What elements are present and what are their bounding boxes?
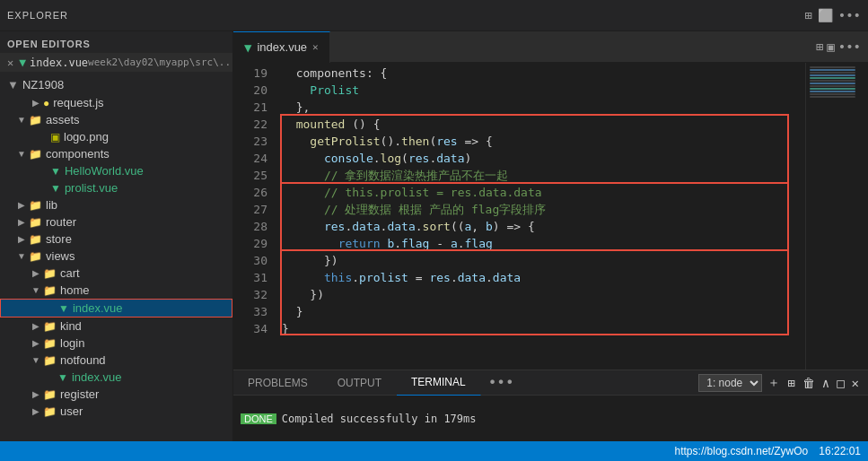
open-editors-section: OPEN EDITORS ✕ ▼ index.vue week2\day02\m… <box>0 31 232 75</box>
panel-more-icon[interactable]: ••• <box>481 374 522 391</box>
vue-file-icon: ▼ <box>58 302 69 315</box>
status-right: https://blog.csdn.net/ZywOo 16:22:01 <box>675 445 861 457</box>
chevron-icon: ▶ <box>14 200 29 210</box>
add-terminal-icon[interactable]: ＋ <box>766 373 782 393</box>
minimap-line <box>810 72 855 74</box>
explorer-title: EXPLORER <box>7 10 68 21</box>
code-line-20: Prolist <box>278 82 805 99</box>
status-link[interactable]: https://blog.csdn.net/ZywOo <box>675 445 809 457</box>
js-file-icon: ● <box>43 97 49 109</box>
tree-item-logo[interactable]: ▣ logo.png <box>0 128 232 145</box>
top-bar: EXPLORER ⊞ ⬜ ••• <box>0 0 868 31</box>
top-bar-icons: ⊞ ⬜ ••• <box>804 8 861 22</box>
folder-icon: 📁 <box>43 337 57 350</box>
tree-item-login[interactable]: ▶ 📁 login <box>0 335 232 352</box>
app-container: EXPLORER ⊞ ⬜ ••• OPEN EDITORS ✕ ▼ index.… <box>0 0 868 461</box>
tab-bar: ▼ index.vue ✕ ⊞ ▣ ••• <box>233 31 868 63</box>
tree-item-label: assets <box>46 113 80 126</box>
vue-file-icon: ▼ <box>50 165 61 178</box>
close-panel-icon[interactable]: ✕ <box>850 374 861 392</box>
line-num: 23 <box>233 133 267 150</box>
tree-item-router[interactable]: ▶ 📁 router <box>0 213 232 230</box>
tree-item-label: views <box>46 249 75 263</box>
tree-item-views[interactable]: ▼ 📁 views <box>0 248 232 265</box>
tree-item-label: components <box>46 147 110 161</box>
scrollbar[interactable] <box>859 63 868 370</box>
chevron-icon: ▼ <box>29 285 43 295</box>
tab-name: index.vue <box>257 40 307 54</box>
more-options-icon[interactable]: ••• <box>838 39 861 54</box>
tree-item-request[interactable]: ▶ ● request.js <box>0 94 232 111</box>
code-line-30: }) <box>278 252 805 269</box>
minimap-line <box>810 83 855 84</box>
split-terminal-icon[interactable]: ⊞ <box>785 374 796 392</box>
code-line-32: }) <box>278 286 805 303</box>
trash-terminal-icon[interactable]: 🗑 <box>801 374 817 392</box>
minimap <box>805 63 859 370</box>
line-num: 29 <box>233 235 267 252</box>
split-editor-icon[interactable]: ⊞ <box>804 8 811 22</box>
chevron-up-icon[interactable]: ∧ <box>820 374 831 392</box>
tree-item-kind[interactable]: ▶ 📁 kind <box>0 317 232 335</box>
tab-problems[interactable]: PROBLEMS <box>233 370 323 396</box>
open-file-path: week2\day02\myapp\src\... <box>88 57 233 68</box>
editor-area: ▼ index.vue ✕ ⊞ ▣ ••• 19 20 21 22 <box>233 31 868 441</box>
tree-item-label: cart <box>60 266 80 280</box>
tree-item-register[interactable]: ▶ 📁 register <box>0 386 232 403</box>
panel-tabs: PROBLEMS OUTPUT TERMINAL ••• 1: node <box>233 370 868 396</box>
maximize-icon[interactable]: □ <box>835 374 846 392</box>
tree-item-label: login <box>60 336 84 350</box>
tab-terminal[interactable]: TERMINAL <box>397 370 481 396</box>
open-editor-item[interactable]: ✕ ▼ index.vue week2\day02\myapp\src\... … <box>0 53 232 72</box>
tree-item-notfound[interactable]: ▼ 📁 notfound <box>0 352 232 369</box>
tree-item-components[interactable]: ▼ 📁 components <box>0 145 232 162</box>
chevron-icon: ▼ <box>29 355 43 365</box>
tree-item-lib[interactable]: ▶ 📁 lib <box>0 196 232 213</box>
code-content[interactable]: components: { Prolist }, mounted () { <box>278 63 805 370</box>
tab-close-icon[interactable]: ✕ <box>312 41 319 53</box>
tree-item-assets[interactable]: ▼ 📁 assets <box>0 111 232 128</box>
code-line-26: // this.prolist = res.data.data <box>278 184 805 201</box>
minimap-line <box>810 88 855 90</box>
minimap-line <box>810 69 855 71</box>
folder-icon: 📁 <box>29 250 42 263</box>
line-num: 31 <box>233 269 267 286</box>
split-right-icon[interactable]: ⊞ <box>816 39 823 54</box>
tree-item-user[interactable]: ▶ 📁 user <box>0 403 232 420</box>
bottom-panel: PROBLEMS OUTPUT TERMINAL ••• 1: node <box>233 370 868 441</box>
tree-item-label: HelloWorld.vue <box>65 164 144 178</box>
tree-item-prolist[interactable]: ▼ prolist.vue <box>0 179 232 196</box>
folder-icon: 📁 <box>29 216 42 229</box>
main-layout: OPEN EDITORS ✕ ▼ index.vue week2\day02\m… <box>0 31 868 441</box>
panel-right-controls: 1: node ＋ ⊞ 🗑 ∧ □ ✕ <box>691 373 868 393</box>
tree-item-home[interactable]: ▼ 📁 home <box>0 282 232 299</box>
line-num: 30 <box>233 252 267 269</box>
done-badge: DONE <box>241 413 276 424</box>
tab-output[interactable]: OUTPUT <box>323 370 397 396</box>
tree-item-store[interactable]: ▶ 📁 store <box>0 230 232 248</box>
terminal-select[interactable]: 1: node <box>698 374 762 392</box>
tab-index-vue[interactable]: ▼ index.vue ✕ <box>233 31 330 63</box>
code-line-22: mounted () { <box>278 116 805 133</box>
more-icon[interactable]: ••• <box>838 8 861 22</box>
tree-item-label: index.vue <box>73 301 123 315</box>
tree-item-cart[interactable]: ▶ 📁 cart <box>0 265 232 282</box>
root-folder[interactable]: ▼ NZ1908 <box>0 75 232 94</box>
chevron-icon: ▶ <box>29 389 43 399</box>
tree-item-label: lib <box>46 198 57 212</box>
close-file-icon[interactable]: ✕ <box>7 57 13 69</box>
chevron-icon: ▶ <box>29 98 43 108</box>
chevron-icon <box>36 166 50 176</box>
tree-item-label: notfound <box>60 353 106 367</box>
tree-item-index-vue[interactable]: ▼ index.vue <box>0 299 232 317</box>
tree-item-helloworld[interactable]: ▼ HelloWorld.vue <box>0 162 232 179</box>
chevron-icon <box>36 132 50 142</box>
code-line-23: getProlist().then(res => { <box>278 133 805 150</box>
tree-item-label: user <box>60 404 83 418</box>
chevron-icon: ▶ <box>29 406 43 416</box>
img-file-icon: ▣ <box>50 131 60 144</box>
layout-icon[interactable]: ⬜ <box>818 8 833 22</box>
tree-item-label: router <box>46 215 76 229</box>
tree-item-notfound-index[interactable]: ▼ index.vue <box>0 369 232 386</box>
layout-2col-icon[interactable]: ▣ <box>827 39 834 54</box>
